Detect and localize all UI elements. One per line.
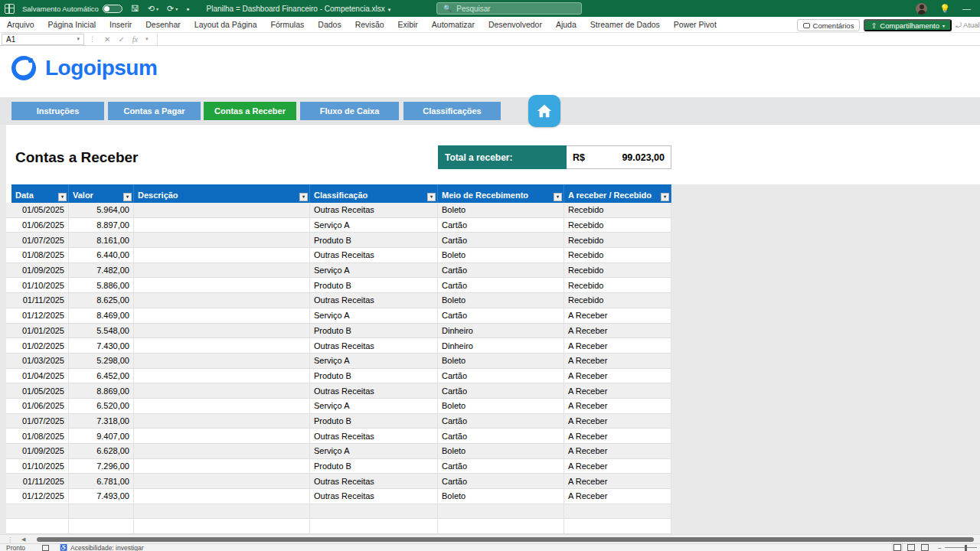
cell-valor[interactable]: 7.296,00 <box>69 459 134 474</box>
update-button-cutoff[interactable]: ⤾ Atualiz <box>956 21 980 30</box>
horizontal-scrollbar[interactable]: ⋮ ◀ <box>0 534 980 543</box>
cell-valor[interactable]: 7.482,00 <box>69 263 134 279</box>
table-row[interactable]: 01/05/20258.869,00Outras ReceitasCartãoA… <box>6 383 671 399</box>
minimize-window-icon[interactable]: — <box>962 4 971 13</box>
cell-data[interactable]: 01/03/2025 <box>11 354 69 369</box>
cell-a-receber-recebido[interactable]: Recebido <box>564 248 671 263</box>
cell-descricao[interactable] <box>134 399 310 414</box>
cell-meio-de-recebimento[interactable]: Cartão <box>438 474 564 489</box>
cell-meio-de-recebimento[interactable]: Cartão <box>438 429 564 444</box>
filter-dropdown-icon[interactable]: ▾ <box>661 193 669 201</box>
cell-descricao[interactable] <box>134 248 310 263</box>
undo-icon[interactable]: ⟲▾ <box>148 4 158 14</box>
table-row[interactable]: 01/12/20257.493,00Outras ReceitasBoletoA… <box>6 489 671 504</box>
ribbon-tab-exibir[interactable]: Exibir <box>391 20 425 29</box>
cell-valor[interactable]: 7.430,00 <box>69 338 134 354</box>
cell-classificacao[interactable]: Produto B <box>310 233 438 248</box>
cell-descricao[interactable] <box>134 218 310 233</box>
cell-classificacao[interactable]: Outras Receitas <box>310 429 438 444</box>
cell-data[interactable]: 01/06/2025 <box>11 218 69 233</box>
table-row[interactable]: 01/07/20258.161,00Produto BCartãoRecebid… <box>6 233 671 248</box>
cell-classificacao[interactable]: Produto B <box>310 414 438 429</box>
ribbon-tab-desenhar[interactable]: Desenhar <box>139 20 188 29</box>
cell-descricao[interactable] <box>134 383 310 399</box>
cell-classificacao[interactable]: Serviço A <box>310 354 438 369</box>
cell-meio-de-recebimento[interactable]: Cartão <box>438 414 564 429</box>
cell-a-receber-recebido[interactable]: A Receber <box>564 459 671 474</box>
cell-data[interactable]: 01/10/2025 <box>11 459 69 474</box>
cell-classificacao[interactable]: Serviço A <box>310 444 438 459</box>
cell-a-receber-recebido[interactable] <box>564 504 671 520</box>
cell-classificacao[interactable]: Outras Receitas <box>310 489 438 504</box>
cell-valor[interactable]: 8.469,00 <box>69 308 134 324</box>
zoom-knob[interactable] <box>965 545 967 551</box>
formula-input[interactable] <box>157 34 980 45</box>
cell-descricao[interactable] <box>134 429 310 444</box>
cell-valor[interactable]: 5.548,00 <box>69 324 134 339</box>
table-row[interactable]: 01/09/20257.482,00Serviço ACartãoRecebid… <box>6 263 671 279</box>
cell-descricao[interactable] <box>134 474 310 489</box>
cell-descricao[interactable] <box>134 489 310 504</box>
cell-descricao[interactable] <box>134 459 310 474</box>
cell-data[interactable]: 01/11/2025 <box>11 474 69 489</box>
cell-classificacao[interactable]: Serviço A <box>310 263 438 279</box>
cell-valor[interactable]: 7.493,00 <box>69 489 134 504</box>
cell-a-receber-recebido[interactable]: Recebido <box>564 278 671 293</box>
splitter-grip-icon[interactable]: ⋮ <box>7 536 13 543</box>
cell-descricao[interactable] <box>134 504 310 520</box>
cell-valor[interactable]: 8.625,00 <box>69 293 134 308</box>
cell-meio-de-recebimento[interactable]: Boleto <box>438 354 564 369</box>
cell-meio-de-recebimento[interactable]: Boleto <box>438 489 564 504</box>
cell-classificacao[interactable]: Produto B <box>310 459 438 474</box>
cell-data[interactable]: 01/06/2025 <box>11 399 69 414</box>
ribbon-tab-layout-da-pagina[interactable]: Layout da Página <box>188 20 264 29</box>
ribbon-tab-revisao[interactable]: Revisão <box>348 20 391 29</box>
cell-valor[interactable]: 7.318,00 <box>69 414 134 429</box>
table-row[interactable]: 01/11/20256.781,00Outras ReceitasCartãoA… <box>6 474 671 489</box>
table-row[interactable]: 01/07/20257.318,00Produto BCartãoA Receb… <box>6 414 671 429</box>
cell-classificacao[interactable]: Produto B <box>310 369 438 384</box>
cell-classificacao[interactable]: Outras Receitas <box>310 248 438 263</box>
cell-meio-de-recebimento[interactable]: Cartão <box>438 278 564 293</box>
cell-a-receber-recebido[interactable]: Recebido <box>564 263 671 279</box>
cell-valor[interactable]: 6.452,00 <box>69 369 134 384</box>
cell-a-receber-recebido[interactable]: A Receber <box>564 338 671 354</box>
scroll-left-arrow-icon[interactable]: ◀ <box>21 536 25 543</box>
cell-a-receber-recebido[interactable]: A Receber <box>564 383 671 399</box>
cell-data[interactable]: 01/05/2025 <box>11 383 69 399</box>
cell-valor[interactable]: 9.407,00 <box>69 429 134 444</box>
cell-valor[interactable]: 8.897,00 <box>69 218 134 233</box>
cell-data[interactable]: 01/07/2025 <box>11 414 69 429</box>
insert-function-icon[interactable]: fx <box>132 35 138 44</box>
zoom-slider[interactable]: − <box>938 544 977 551</box>
cell-meio-de-recebimento[interactable]: Cartão <box>438 218 564 233</box>
table-row[interactable]: 01/03/20255.298,00Serviço ABoletoA Receb… <box>6 354 671 369</box>
cell-data[interactable]: 01/01/2025 <box>11 324 69 339</box>
table-row[interactable]: 01/12/20258.469,00Serviço ACartãoA Receb… <box>6 308 671 324</box>
nav-button-contas-a-receber[interactable]: Contas a Receber <box>204 102 296 120</box>
cell-meio-de-recebimento[interactable]: Cartão <box>438 263 564 279</box>
cell-meio-de-recebimento[interactable]: Cartão <box>438 369 564 384</box>
table-row[interactable]: 01/04/20256.452,00Produto BCartãoA Receb… <box>6 369 671 384</box>
ribbon-tab-ajuda[interactable]: Ajuda <box>549 20 583 29</box>
cell-classificacao[interactable]: Serviço A <box>310 218 438 233</box>
table-row[interactable]: 01/09/20256.628,00Serviço ABoletoA Receb… <box>6 444 671 459</box>
nav-button-classificacoes[interactable]: Classificações <box>403 102 501 120</box>
cell-a-receber-recebido[interactable]: A Receber <box>564 399 671 414</box>
table-row-empty[interactable] <box>6 504 671 520</box>
ribbon-tab-arquivo[interactable]: Arquivo <box>0 20 41 29</box>
table-row[interactable]: 01/06/20258.897,00Serviço ACartãoRecebid… <box>6 218 671 233</box>
cell-a-receber-recebido[interactable]: A Receber <box>564 429 671 444</box>
cell-meio-de-recebimento[interactable]: Dinheiro <box>438 324 564 339</box>
cell-valor[interactable]: 6.440,00 <box>69 248 134 263</box>
nav-button-fluxo-de-caixa[interactable]: Fluxo de Caixa <box>300 102 399 120</box>
filter-dropdown-icon[interactable]: ▾ <box>427 193 436 201</box>
share-button[interactable]: ⇪ Compartilhamento ▾ <box>864 19 952 31</box>
cell-descricao[interactable] <box>134 263 310 279</box>
cell-valor[interactable]: 6.520,00 <box>69 399 134 414</box>
confirm-entry-icon[interactable]: ✓ <box>118 35 124 44</box>
table-row[interactable]: 01/06/20256.520,00Serviço ABoletoA Receb… <box>6 399 671 414</box>
cell-a-receber-recebido[interactable]: Recebido <box>564 293 671 308</box>
cell-data[interactable]: 01/07/2025 <box>11 233 69 248</box>
cell-meio-de-recebimento[interactable]: Boleto <box>438 444 564 459</box>
